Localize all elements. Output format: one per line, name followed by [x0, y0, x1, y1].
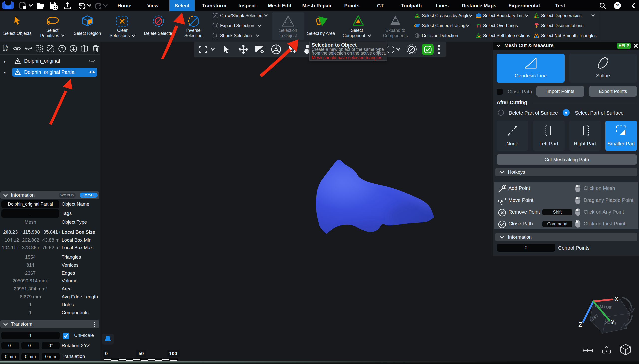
- svg-text:X: X: [614, 296, 618, 303]
- svg-text:A: A: [6, 45, 8, 48]
- svg-text:?: ?: [616, 3, 619, 8]
- svg-text:Y: Y: [610, 318, 615, 326]
- svg-text:Z: Z: [6, 48, 8, 52]
- svg-text:Z: Z: [578, 321, 582, 328]
